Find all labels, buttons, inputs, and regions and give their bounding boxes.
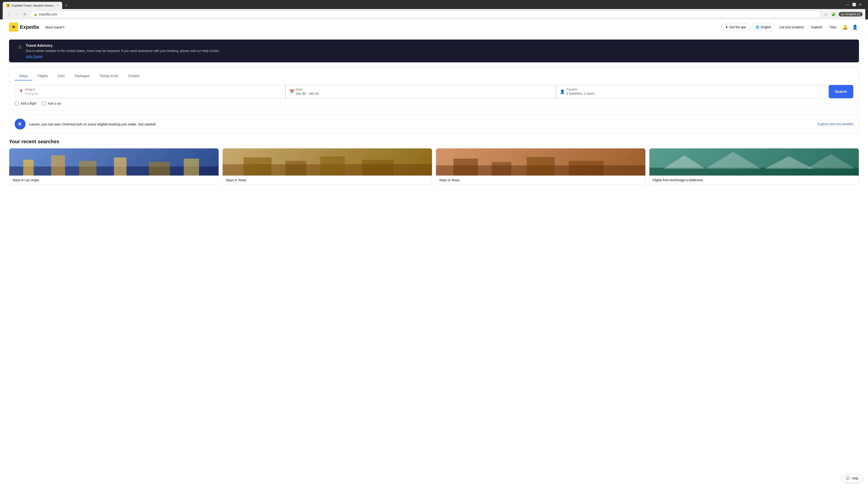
svg-rect-5 bbox=[149, 162, 170, 175]
more-travel-button[interactable]: More travel ▾ bbox=[43, 24, 66, 31]
get-app-label: Get the app bbox=[730, 25, 746, 29]
browser-tabs: ✈ Expedia Travel: Vacation Home... × + bbox=[3, 2, 69, 9]
recent-card-image-1 bbox=[223, 149, 432, 175]
recent-card-label-3: Flights from Anchorage to Baltimore bbox=[649, 175, 859, 185]
tab-things-to-do[interactable]: Things to do bbox=[95, 72, 123, 80]
recent-searches-grid: Stays in Las Vegas Stays in Texas bbox=[9, 148, 859, 185]
travelers-value: 2 travelers, 1 room bbox=[566, 92, 823, 95]
going-to-placeholder: Going to bbox=[25, 92, 282, 95]
explore-onekey-link[interactable]: Explore One Key benefits bbox=[817, 122, 853, 126]
advisory-text: Due to winter weather in the United Stat… bbox=[26, 48, 220, 53]
recent-card-3[interactable]: Flights from Anchorage to Baltimore bbox=[649, 148, 859, 185]
tab-cars[interactable]: Cars bbox=[53, 72, 69, 80]
add-car-checkbox[interactable] bbox=[42, 101, 46, 105]
toolbar-right: ☆ 🧩 🕵 Incognito (2) bbox=[822, 11, 863, 18]
browser-chrome: ✈ Expedia Travel: Vacation Home... × + —… bbox=[0, 0, 868, 20]
extensions-icon[interactable]: 🧩 bbox=[831, 11, 837, 18]
svg-rect-4 bbox=[114, 158, 127, 175]
help-label: Help bbox=[852, 477, 858, 480]
tab-flights[interactable]: Flights bbox=[33, 72, 52, 80]
recent-card-1[interactable]: Stays in Texas bbox=[222, 148, 432, 185]
tab-packages[interactable]: Packages bbox=[70, 72, 94, 80]
new-tab-button[interactable]: + bbox=[63, 2, 69, 8]
svg-marker-20 bbox=[765, 156, 813, 169]
add-car-checkbox-label[interactable]: Add a car bbox=[42, 101, 61, 105]
incognito-label: Incognito (2) bbox=[845, 13, 860, 16]
user-account-button[interactable]: 👤 bbox=[851, 23, 859, 31]
svg-rect-9 bbox=[285, 161, 307, 175]
logo-text: Expedia bbox=[20, 24, 39, 30]
calendar-icon: 📅 bbox=[289, 89, 294, 94]
notification-bell-icon: 🔔 bbox=[842, 24, 848, 30]
incognito-badge: 🕵 Incognito (2) bbox=[839, 12, 863, 17]
dates-field[interactable]: 📅 Dates Jan 30 - Jan 31 bbox=[285, 85, 556, 98]
recent-card-image-0 bbox=[9, 149, 219, 175]
back-button[interactable]: ← bbox=[5, 11, 12, 18]
recent-card-label-0: Stays in Las Vegas bbox=[9, 175, 219, 185]
tab-cruises[interactable]: Cruises bbox=[124, 72, 144, 80]
forward-button[interactable]: → bbox=[13, 11, 20, 18]
get-app-button[interactable]: ⬇ Get the app bbox=[721, 23, 750, 31]
add-flight-checkbox[interactable] bbox=[15, 101, 19, 105]
tab-stays[interactable]: Stays bbox=[15, 72, 32, 80]
advisory-title: Travel Advisory bbox=[26, 43, 220, 48]
language-button[interactable]: 🌐 English bbox=[752, 23, 775, 31]
svg-rect-3 bbox=[79, 161, 96, 175]
travelers-label: Travelers bbox=[566, 88, 823, 91]
more-travel-chevron: ▾ bbox=[63, 26, 64, 29]
svg-rect-6 bbox=[184, 159, 199, 175]
close-window-button[interactable]: ✕ bbox=[859, 2, 862, 7]
url-bar[interactable]: 🔒 expedia.com bbox=[30, 11, 820, 18]
travelers-field[interactable]: 👤 Travelers 2 travelers, 1 room bbox=[556, 85, 827, 98]
svg-rect-2 bbox=[51, 155, 65, 175]
svg-rect-16 bbox=[568, 161, 603, 175]
header-right: ⬇ Get the app 🌐 English List your proper… bbox=[721, 23, 859, 31]
search-button[interactable]: Search bbox=[829, 85, 853, 98]
dates-value: Jan 30 - Jan 31 bbox=[296, 92, 553, 95]
svg-rect-14 bbox=[492, 162, 511, 175]
tab-close-button[interactable]: × bbox=[57, 4, 59, 7]
user-avatar-icon: 👤 bbox=[852, 24, 858, 30]
svg-rect-10 bbox=[320, 156, 345, 175]
add-flight-checkbox-label[interactable]: Add a flight bbox=[15, 101, 36, 105]
advisory-warning-icon: ⚠ bbox=[18, 44, 22, 50]
add-car-label: Add a car bbox=[48, 102, 61, 105]
active-tab[interactable]: ✈ Expedia Travel: Vacation Home... × bbox=[3, 2, 62, 9]
svg-rect-11 bbox=[362, 160, 394, 175]
going-to-field[interactable]: 📍 Going to Going to bbox=[15, 85, 285, 98]
recent-card-2[interactable]: Stays in Texas bbox=[436, 148, 646, 185]
onekey-promo-text: Lauren, you can earn OneKeyCash on every… bbox=[29, 122, 814, 126]
bookmark-icon[interactable]: ☆ bbox=[822, 11, 829, 18]
site-header: ✈ Expedia More travel ▾ ⬇ Get the app 🌐 … bbox=[0, 20, 868, 35]
get-app-icon: ⬇ bbox=[725, 25, 728, 29]
recent-card-0[interactable]: Stays in Las Vegas bbox=[9, 148, 219, 185]
user-avatar-badge: K bbox=[15, 119, 26, 129]
support-link[interactable]: Support bbox=[808, 24, 825, 31]
trips-link[interactable]: Trips bbox=[827, 24, 839, 31]
tab-title: Expedia Travel: Vacation Home... bbox=[12, 4, 55, 7]
svg-rect-1 bbox=[23, 160, 34, 175]
advisory-content: Travel Advisory Due to winter weather in… bbox=[26, 43, 220, 58]
incognito-icon: 🕵 bbox=[841, 13, 844, 16]
refresh-button[interactable]: ↻ bbox=[22, 11, 28, 18]
more-travel-label: More travel bbox=[45, 25, 62, 29]
tab-favicon: ✈ bbox=[6, 4, 10, 7]
language-label: English bbox=[761, 25, 771, 29]
search-fields: 📍 Going to Going to 📅 Dates Jan 30 - Jan… bbox=[15, 85, 853, 98]
svg-marker-21 bbox=[807, 154, 855, 169]
recent-card-label-1: Stays in Texas bbox=[223, 175, 432, 185]
url-text: expedia.com bbox=[39, 12, 57, 16]
browser-toolbar: ← → ↻ 🔒 expedia.com ☆ 🧩 🕵 Incognito (2) bbox=[3, 9, 865, 20]
help-center-link[interactable]: Help Center bbox=[26, 55, 220, 58]
search-tabs: Stays Flights Cars Packages Things to do… bbox=[15, 72, 853, 80]
minimize-button[interactable]: — bbox=[845, 2, 849, 7]
travel-advisory-banner: ⚠ Travel Advisory Due to winter weather … bbox=[9, 39, 859, 62]
recent-searches-title: Your recent searches bbox=[9, 139, 859, 144]
expedia-logo[interactable]: ✈ Expedia bbox=[9, 23, 39, 32]
list-property-link[interactable]: List your property bbox=[777, 24, 807, 31]
maximize-button[interactable]: ⬜ bbox=[852, 3, 856, 6]
notifications-button[interactable]: 🔔 bbox=[841, 23, 849, 31]
page-content: ✈ Expedia More travel ▾ ⬇ Get the app 🌐 … bbox=[0, 20, 868, 488]
help-button[interactable]: 💬 Help bbox=[842, 474, 863, 483]
search-widget: Stays Flights Cars Packages Things to do… bbox=[9, 67, 859, 110]
